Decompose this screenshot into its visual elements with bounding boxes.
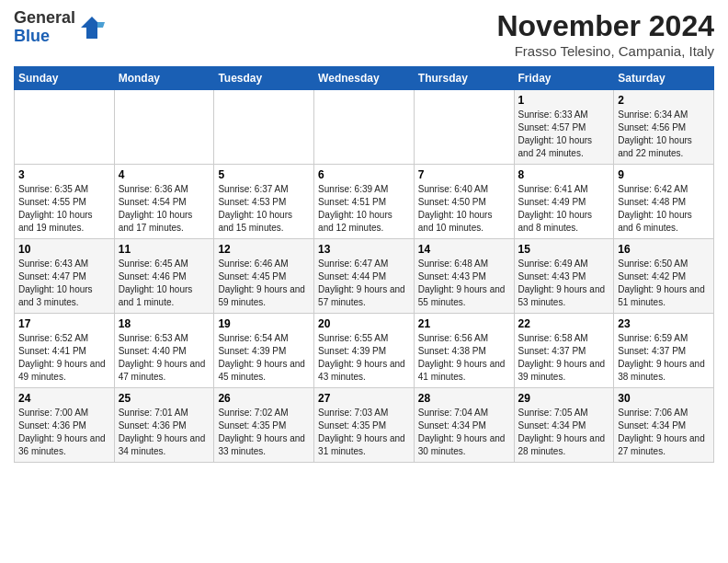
svg-marker-1 xyxy=(97,22,105,28)
day-number: 28 xyxy=(418,392,510,405)
calendar-cell: 27Sunrise: 7:03 AM Sunset: 4:35 PM Dayli… xyxy=(314,388,415,463)
day-number: 25 xyxy=(119,392,210,405)
day-info: Sunrise: 6:56 AM Sunset: 4:38 PM Dayligh… xyxy=(418,332,510,384)
day-info: Sunrise: 6:34 AM Sunset: 4:56 PM Dayligh… xyxy=(618,109,710,160)
calendar-cell: 10Sunrise: 6:43 AM Sunset: 4:47 PM Dayli… xyxy=(15,239,115,314)
weekday-header-sunday: Sunday xyxy=(15,67,115,90)
weekday-header-thursday: Thursday xyxy=(414,67,514,90)
logo-blue: Blue xyxy=(14,27,50,45)
calendar-cell: 11Sunrise: 6:45 AM Sunset: 4:46 PM Dayli… xyxy=(114,239,214,314)
calendar-body: 1Sunrise: 6:33 AM Sunset: 4:57 PM Daylig… xyxy=(15,90,714,463)
day-info: Sunrise: 6:43 AM Sunset: 4:47 PM Dayligh… xyxy=(18,258,110,309)
day-number: 26 xyxy=(218,392,310,405)
calendar-cell: 8Sunrise: 6:41 AM Sunset: 4:49 PM Daylig… xyxy=(514,165,614,239)
day-info: Sunrise: 6:42 AM Sunset: 4:48 PM Dayligh… xyxy=(618,183,710,235)
day-number: 21 xyxy=(418,317,510,330)
day-number: 5 xyxy=(218,168,310,181)
calendar-cell: 13Sunrise: 6:47 AM Sunset: 4:44 PM Dayli… xyxy=(314,239,415,314)
calendar-week-2: 3Sunrise: 6:35 AM Sunset: 4:55 PM Daylig… xyxy=(15,165,714,239)
day-info: Sunrise: 6:40 AM Sunset: 4:50 PM Dayligh… xyxy=(418,183,510,235)
day-info: Sunrise: 6:47 AM Sunset: 4:44 PM Dayligh… xyxy=(318,258,410,309)
title-area: November 2024 Frasso Telesino, Campania,… xyxy=(496,9,714,59)
day-info: Sunrise: 6:49 AM Sunset: 4:43 PM Dayligh… xyxy=(518,258,610,309)
day-info: Sunrise: 6:53 AM Sunset: 4:40 PM Dayligh… xyxy=(119,332,210,384)
calendar-cell: 22Sunrise: 6:58 AM Sunset: 4:37 PM Dayli… xyxy=(514,314,614,388)
calendar-cell: 26Sunrise: 7:02 AM Sunset: 4:35 PM Dayli… xyxy=(214,388,314,463)
day-info: Sunrise: 6:39 AM Sunset: 4:51 PM Dayligh… xyxy=(318,183,410,235)
logo-general: General xyxy=(14,8,75,27)
day-number: 19 xyxy=(218,317,310,330)
day-info: Sunrise: 6:36 AM Sunset: 4:54 PM Dayligh… xyxy=(119,183,210,235)
day-number: 3 xyxy=(18,168,110,181)
calendar-cell: 6Sunrise: 6:39 AM Sunset: 4:51 PM Daylig… xyxy=(314,165,415,239)
calendar-cell: 18Sunrise: 6:53 AM Sunset: 4:40 PM Dayli… xyxy=(114,314,214,388)
day-number: 2 xyxy=(618,94,710,107)
calendar-cell: 14Sunrise: 6:48 AM Sunset: 4:43 PM Dayli… xyxy=(414,239,514,314)
day-info: Sunrise: 6:46 AM Sunset: 4:45 PM Dayligh… xyxy=(218,258,310,309)
day-number: 15 xyxy=(518,243,610,256)
calendar-cell: 12Sunrise: 6:46 AM Sunset: 4:45 PM Dayli… xyxy=(214,239,314,314)
day-number: 7 xyxy=(418,168,510,181)
day-info: Sunrise: 6:54 AM Sunset: 4:39 PM Dayligh… xyxy=(218,332,310,384)
calendar-cell: 24Sunrise: 7:00 AM Sunset: 4:36 PM Dayli… xyxy=(15,388,115,463)
day-info: Sunrise: 6:41 AM Sunset: 4:49 PM Dayligh… xyxy=(518,183,610,235)
day-number: 9 xyxy=(618,168,710,181)
weekday-header-tuesday: Tuesday xyxy=(214,67,314,90)
day-info: Sunrise: 6:35 AM Sunset: 4:55 PM Dayligh… xyxy=(18,183,110,235)
weekday-header-friday: Friday xyxy=(514,67,614,90)
calendar-cell xyxy=(214,90,314,165)
calendar-cell xyxy=(314,90,415,165)
calendar-cell: 30Sunrise: 7:06 AM Sunset: 4:34 PM Dayli… xyxy=(614,388,714,463)
calendar-cell: 17Sunrise: 6:52 AM Sunset: 4:41 PM Dayli… xyxy=(15,314,115,388)
day-info: Sunrise: 6:59 AM Sunset: 4:37 PM Dayligh… xyxy=(618,332,710,384)
day-info: Sunrise: 6:55 AM Sunset: 4:39 PM Dayligh… xyxy=(318,332,410,384)
day-number: 12 xyxy=(218,243,310,256)
day-number: 14 xyxy=(418,243,510,256)
day-info: Sunrise: 7:02 AM Sunset: 4:35 PM Dayligh… xyxy=(218,407,310,458)
day-number: 29 xyxy=(518,392,610,405)
calendar-cell: 5Sunrise: 6:37 AM Sunset: 4:53 PM Daylig… xyxy=(214,165,314,239)
day-info: Sunrise: 7:06 AM Sunset: 4:34 PM Dayligh… xyxy=(618,407,710,458)
day-number: 23 xyxy=(618,317,710,330)
month-title: November 2024 xyxy=(496,9,714,43)
day-number: 27 xyxy=(318,392,410,405)
calendar-cell: 7Sunrise: 6:40 AM Sunset: 4:50 PM Daylig… xyxy=(414,165,514,239)
calendar-cell xyxy=(414,90,514,165)
day-info: Sunrise: 6:52 AM Sunset: 4:41 PM Dayligh… xyxy=(18,332,110,384)
calendar-cell: 23Sunrise: 6:59 AM Sunset: 4:37 PM Dayli… xyxy=(614,314,714,388)
day-info: Sunrise: 6:37 AM Sunset: 4:53 PM Dayligh… xyxy=(218,183,310,235)
calendar-cell: 15Sunrise: 6:49 AM Sunset: 4:43 PM Dayli… xyxy=(514,239,614,314)
calendar-cell: 25Sunrise: 7:01 AM Sunset: 4:36 PM Dayli… xyxy=(114,388,214,463)
calendar-table: SundayMondayTuesdayWednesdayThursdayFrid… xyxy=(14,66,714,463)
calendar-cell: 16Sunrise: 6:50 AM Sunset: 4:42 PM Dayli… xyxy=(614,239,714,314)
day-info: Sunrise: 6:50 AM Sunset: 4:42 PM Dayligh… xyxy=(618,258,710,309)
calendar-cell: 4Sunrise: 6:36 AM Sunset: 4:54 PM Daylig… xyxy=(114,165,214,239)
day-number: 20 xyxy=(318,317,410,330)
day-info: Sunrise: 7:03 AM Sunset: 4:35 PM Dayligh… xyxy=(318,407,410,458)
day-info: Sunrise: 6:45 AM Sunset: 4:46 PM Dayligh… xyxy=(119,258,210,309)
location-title: Frasso Telesino, Campania, Italy xyxy=(496,43,714,59)
weekday-header-row: SundayMondayTuesdayWednesdayThursdayFrid… xyxy=(15,67,714,90)
calendar-week-5: 24Sunrise: 7:00 AM Sunset: 4:36 PM Dayli… xyxy=(15,388,714,463)
day-number: 18 xyxy=(119,317,210,330)
day-number: 6 xyxy=(318,168,410,181)
weekday-header-monday: Monday xyxy=(114,67,214,90)
day-number: 16 xyxy=(618,243,710,256)
day-info: Sunrise: 7:04 AM Sunset: 4:34 PM Dayligh… xyxy=(418,407,510,458)
calendar-cell: 3Sunrise: 6:35 AM Sunset: 4:55 PM Daylig… xyxy=(15,165,115,239)
calendar-cell: 9Sunrise: 6:42 AM Sunset: 4:48 PM Daylig… xyxy=(614,165,714,239)
calendar-cell xyxy=(114,90,214,165)
day-info: Sunrise: 7:01 AM Sunset: 4:36 PM Dayligh… xyxy=(119,407,210,458)
calendar-cell: 1Sunrise: 6:33 AM Sunset: 4:57 PM Daylig… xyxy=(514,90,614,165)
calendar-week-4: 17Sunrise: 6:52 AM Sunset: 4:41 PM Dayli… xyxy=(15,314,714,388)
calendar-week-1: 1Sunrise: 6:33 AM Sunset: 4:57 PM Daylig… xyxy=(15,90,714,165)
calendar-cell: 21Sunrise: 6:56 AM Sunset: 4:38 PM Dayli… xyxy=(414,314,514,388)
day-number: 17 xyxy=(18,317,110,330)
day-number: 1 xyxy=(518,94,610,107)
calendar-cell: 28Sunrise: 7:04 AM Sunset: 4:34 PM Dayli… xyxy=(414,388,514,463)
calendar-cell: 20Sunrise: 6:55 AM Sunset: 4:39 PM Dayli… xyxy=(314,314,415,388)
day-number: 10 xyxy=(18,243,110,256)
day-number: 13 xyxy=(318,243,410,256)
day-number: 30 xyxy=(618,392,710,405)
day-number: 8 xyxy=(518,168,610,181)
